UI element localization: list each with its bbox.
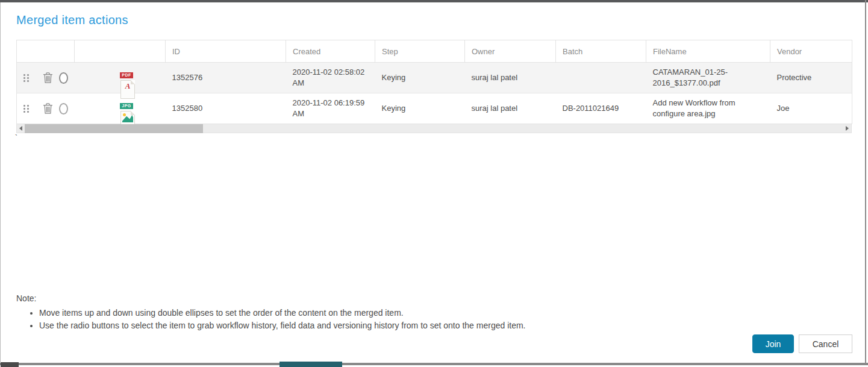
cell-id: 1352576	[166, 63, 286, 93]
column-header-icon	[75, 40, 166, 63]
delete-item-button[interactable]	[43, 102, 53, 114]
jpg-badge: JPG	[120, 103, 133, 109]
cell-vendor: Joe	[770, 93, 852, 124]
window-left-border	[0, 2, 1, 362]
cancel-button[interactable]: Cancel	[799, 334, 852, 353]
join-button[interactable]: Join	[752, 334, 794, 353]
scroll-right-arrow-icon[interactable]	[843, 124, 851, 133]
cell-filename: CATAMARAN_01-25-2016_$1377.00.pdf	[646, 63, 770, 93]
dialog-action-buttons: Join Cancel	[752, 334, 852, 353]
note-label: Note:	[16, 293, 525, 303]
stray-character: `	[15, 134, 17, 142]
items-table: ID Created Step Owner Batch FileName Ven…	[16, 40, 852, 133]
note-section: Note: Move items up and down using doubl…	[16, 293, 525, 332]
cell-id: 1352580	[166, 93, 286, 124]
note-bullet: Use the radio buttons to select the item…	[39, 319, 525, 332]
cell-step: Keying	[375, 63, 465, 93]
window-top-border	[0, 0, 868, 2]
cell-batch	[556, 63, 646, 93]
merged-item-actions-dialog: Merged item actions ID Created Step Owne…	[0, 0, 868, 367]
cell-owner: suraj lal patel	[465, 63, 556, 93]
note-list: Move items up and down using double elli…	[16, 307, 525, 332]
column-header-owner: Owner	[465, 40, 556, 63]
select-item-radio[interactable]	[59, 72, 68, 84]
image-art-icon	[122, 113, 133, 122]
trash-icon	[43, 102, 53, 114]
acrobat-logo-icon: A	[120, 82, 136, 90]
cell-batch: DB-2011021649	[556, 93, 646, 124]
column-header-step: Step	[375, 40, 465, 63]
scroll-left-arrow-icon[interactable]	[17, 124, 25, 133]
column-header-created: Created	[286, 40, 375, 63]
cell-step: Keying	[375, 93, 465, 124]
cell-owner: suraj lal patel	[465, 93, 556, 124]
column-header-actions	[17, 40, 75, 63]
horizontal-scrollbar[interactable]	[16, 124, 852, 133]
note-bullet: Move items up and down using double elli…	[39, 307, 525, 319]
cell-created: 2020-11-02 06:19:59 AM	[286, 93, 375, 124]
table-row: A PDF 1352576 2020-11-02 02:58:02 AM Key…	[17, 63, 852, 93]
cell-vendor: Protective	[770, 63, 852, 93]
cell-filename: Add new Workflow from configure area.jpg	[646, 93, 770, 124]
table-header-row: ID Created Step Owner Batch FileName Ven…	[17, 40, 852, 63]
pdf-badge: PDF	[120, 72, 133, 78]
column-header-filename: FileName	[646, 40, 770, 63]
drag-handle-icon[interactable]	[23, 105, 29, 113]
page-title: Merged item actions	[16, 13, 128, 27]
delete-item-button[interactable]	[43, 72, 53, 84]
select-item-radio[interactable]	[59, 103, 68, 114]
scrollbar-thumb[interactable]	[25, 124, 203, 133]
trash-icon	[43, 72, 53, 84]
scrollbar-track[interactable]	[25, 124, 843, 133]
column-header-vendor: Vendor	[770, 40, 852, 63]
drag-handle-icon[interactable]	[23, 74, 29, 82]
column-header-batch: Batch	[556, 40, 646, 63]
background-button-fragment	[279, 362, 342, 367]
column-header-id: ID	[166, 40, 286, 63]
window-right-border	[865, 0, 866, 365]
cell-created: 2020-11-02 02:58:02 AM	[286, 63, 375, 93]
table-row: JPG 1352580 2020-11-02 06:19:59 AM Keyin…	[17, 93, 852, 124]
window-bottom-border	[0, 363, 868, 365]
background-content-fragment	[1, 362, 19, 367]
